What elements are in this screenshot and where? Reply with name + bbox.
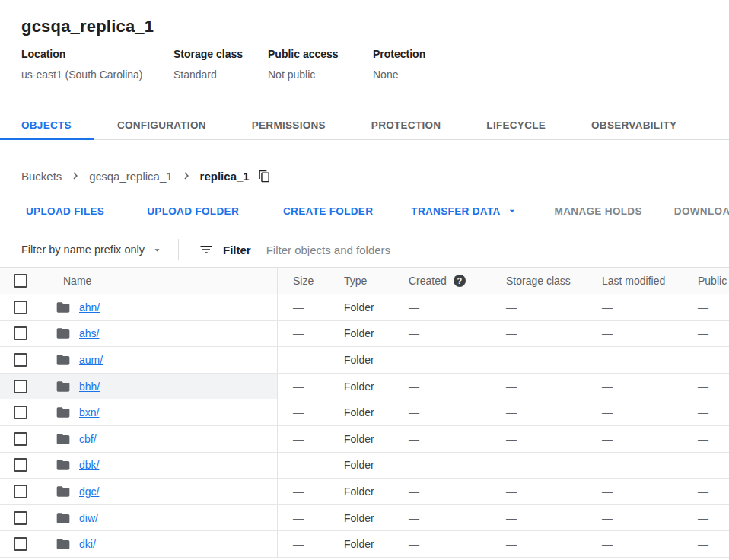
cell-public-access: —: [683, 380, 729, 393]
cell-storage-class: —: [491, 512, 587, 524]
column-header-public-access[interactable]: Public access: [683, 275, 729, 287]
breadcrumb-current-folder: replica_1: [200, 170, 250, 183]
chevron-right-icon: [180, 169, 193, 183]
table-row: diw/ — Folder — — — —: [0, 505, 729, 532]
cell-storage-class: —: [491, 380, 587, 393]
object-name-link[interactable]: bhh/: [79, 380, 100, 393]
bucket-header: gcsqa_replica_1 Location us-east1 (South…: [0, 0, 729, 81]
bucket-meta: Location us-east1 (South Carolina) Stora…: [21, 48, 729, 81]
tab-protection[interactable]: PROTECTION: [349, 111, 464, 139]
table-row: dbk/ — Folder — — — —: [0, 453, 729, 479]
row-checkbox[interactable]: [14, 301, 27, 314]
row-checkbox[interactable]: [14, 511, 27, 525]
cell-size: —: [278, 433, 329, 445]
breadcrumb-bucket-name[interactable]: gcsqa_replica_1: [89, 170, 172, 183]
select-all-checkbox[interactable]: [14, 274, 27, 288]
cell-created: —: [393, 433, 491, 445]
row-checkbox[interactable]: [14, 537, 27, 551]
object-table-body: ahn/ — Folder — — — — ahs/ — Folder — — …: [0, 294, 729, 558]
transfer-data-label: TRANSFER DATA: [411, 205, 500, 217]
tab-configuration[interactable]: CONFIGURATION: [94, 111, 229, 139]
object-name-link[interactable]: ahs/: [79, 327, 99, 339]
cell-storage-class: —: [491, 301, 587, 313]
row-checkbox[interactable]: [14, 380, 27, 393]
row-checkbox[interactable]: [14, 432, 27, 446]
cell-last-modified: —: [587, 459, 683, 471]
folder-icon: [56, 300, 71, 315]
column-header-storage-class[interactable]: Storage class: [491, 275, 587, 287]
folder-icon: [56, 326, 71, 341]
table-row: cbf/ — Folder — — — —: [0, 426, 729, 453]
column-header-last-modified[interactable]: Last modified: [587, 275, 683, 287]
cell-public-access: —: [683, 354, 729, 366]
object-name-link[interactable]: ahn/: [79, 301, 100, 313]
tab-lifecycle[interactable]: LIFECYCLE: [463, 111, 568, 139]
meta-label-protection: Protection: [373, 48, 495, 60]
row-checkbox[interactable]: [14, 485, 27, 498]
cell-last-modified: —: [587, 380, 683, 393]
row-checkbox[interactable]: [14, 326, 27, 340]
cell-type: Folder: [329, 354, 393, 366]
folder-icon: [56, 352, 71, 368]
object-name-link[interactable]: dbk/: [79, 459, 99, 471]
tab-permissions[interactable]: PERMISSIONS: [229, 111, 349, 139]
cell-created: —: [393, 406, 491, 418]
row-checkbox[interactable]: [14, 406, 27, 419]
download-button: DOWNLOAD: [674, 205, 729, 217]
upload-files-button[interactable]: UPLOAD FILES: [26, 205, 104, 217]
object-name-link[interactable]: bxn/: [79, 406, 99, 418]
filter-bar: Filter by name prefix only Filter: [0, 232, 729, 267]
cell-public-access: —: [683, 406, 729, 418]
transfer-data-button[interactable]: TRANSFER DATA: [411, 205, 517, 217]
tab-objects[interactable]: OBJECTS: [0, 111, 94, 139]
object-toolbar: UPLOAD FILES UPLOAD FOLDER CREATE FOLDER…: [0, 189, 729, 232]
cell-storage-class: —: [491, 485, 587, 498]
cell-size: —: [278, 354, 329, 366]
filter-objects-input[interactable]: [266, 243, 729, 256]
tab-observability[interactable]: OBSERVABILITY: [568, 111, 699, 139]
cell-created: —: [393, 380, 491, 393]
folder-icon: [56, 379, 71, 394]
create-folder-button[interactable]: CREATE FOLDER: [283, 205, 373, 217]
help-icon[interactable]: ?: [454, 275, 466, 287]
upload-folder-button[interactable]: UPLOAD FOLDER: [147, 205, 239, 217]
filter-label: Filter: [223, 243, 251, 256]
cell-created: —: [393, 512, 491, 524]
cell-public-access: —: [683, 485, 729, 498]
cell-size: —: [278, 380, 329, 393]
object-name-link[interactable]: dki/: [79, 538, 96, 550]
column-header-name[interactable]: Name: [43, 268, 278, 294]
cell-type: Folder: [329, 485, 393, 498]
row-checkbox[interactable]: [14, 353, 27, 367]
folder-icon: [56, 431, 71, 447]
cell-created: —: [393, 327, 491, 339]
cell-type: Folder: [329, 301, 393, 313]
folder-icon: [56, 536, 71, 552]
object-table-header: Name Size Type Created ? Storage class L…: [0, 267, 729, 294]
cell-public-access: —: [683, 538, 729, 550]
content-copy-icon[interactable]: [258, 170, 271, 183]
cell-size: —: [278, 327, 329, 339]
cell-type: Folder: [329, 512, 393, 524]
cell-public-access: —: [683, 433, 729, 445]
column-header-size[interactable]: Size: [278, 275, 329, 287]
breadcrumb: Buckets gcsqa_replica_1 replica_1: [0, 162, 729, 189]
object-name-link[interactable]: dgc/: [79, 485, 99, 498]
breadcrumb-buckets[interactable]: Buckets: [21, 170, 62, 183]
cell-type: Folder: [329, 327, 393, 339]
cell-created: —: [393, 354, 491, 366]
column-header-created[interactable]: Created: [409, 275, 447, 287]
folder-icon: [56, 511, 71, 526]
cell-last-modified: —: [587, 512, 683, 524]
meta-value-protection: None: [373, 68, 495, 81]
row-checkbox[interactable]: [14, 458, 27, 472]
meta-label-location: Location: [21, 48, 173, 60]
meta-value-location: us-east1 (South Carolina): [21, 68, 173, 81]
object-name-link[interactable]: diw/: [79, 512, 98, 524]
cell-created: —: [393, 538, 491, 550]
object-name-link[interactable]: aum/: [79, 354, 103, 366]
cell-type: Folder: [329, 380, 393, 393]
filter-mode-dropdown[interactable]: Filter by name prefix only: [21, 243, 163, 256]
object-name-link[interactable]: cbf/: [79, 433, 97, 445]
column-header-type[interactable]: Type: [329, 275, 393, 287]
